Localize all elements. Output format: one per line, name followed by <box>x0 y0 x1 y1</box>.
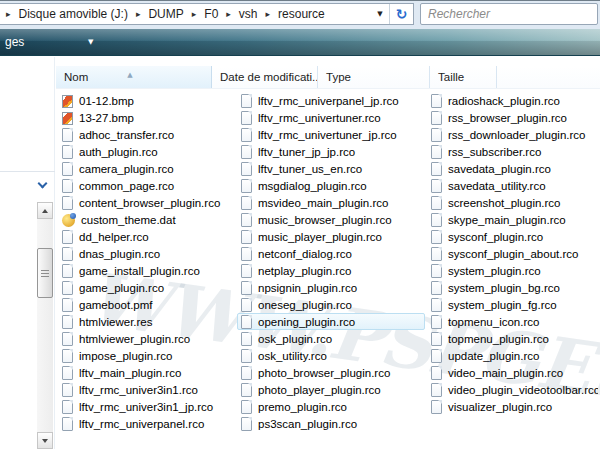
file-row[interactable]: update_plugin.rco <box>427 347 599 364</box>
generic-file-icon <box>431 179 442 193</box>
file-row[interactable]: radioshack_plugin.rco <box>427 92 599 109</box>
column-header-nom[interactable]: ▲ Nom <box>56 66 212 88</box>
file-row[interactable]: lftv_tuner_jp_jp.rco <box>237 143 425 160</box>
file-row[interactable]: oneseg_plugin.rco <box>237 296 425 313</box>
file-row[interactable]: music_player_plugin.rco <box>237 228 425 245</box>
file-row[interactable]: topmenu_plugin.rco <box>427 330 599 347</box>
file-row[interactable]: adhoc_transfer.rco <box>58 126 235 143</box>
views-button[interactable]: ges <box>5 35 24 49</box>
file-row[interactable]: rss_subscriber.rco <box>427 143 599 160</box>
file-name: osk_plugin.rco <box>258 333 332 345</box>
file-row[interactable]: custom_theme.dat <box>58 211 235 228</box>
file-row[interactable]: npsignin_plugin.rco <box>237 279 425 296</box>
breadcrumb-item[interactable]: Disque amovible (J:) <box>17 7 130 21</box>
address-bar[interactable]: ▸Disque amovible (J:)▸DUMP▸F0▸vsh▸resour… <box>0 3 414 25</box>
file-row[interactable]: ps3scan_plugin.rco <box>237 415 425 432</box>
file-row[interactable]: netplay_plugin.rco <box>237 262 425 279</box>
file-row[interactable]: photo_browser_plugin.rco <box>237 364 425 381</box>
file-row[interactable]: sysconf_plugin.rco <box>427 228 599 245</box>
file-row[interactable]: common_page.rco <box>58 177 235 194</box>
file-row[interactable]: camera_plugin.rco <box>58 160 235 177</box>
generic-file-icon <box>62 366 73 380</box>
file-row[interactable]: opening_plugin.rco <box>237 313 425 330</box>
file-row[interactable]: osk_utility.rco <box>237 347 425 364</box>
chevron-down-icon[interactable]: ▼ <box>88 38 93 46</box>
file-row[interactable]: video_main_plugin.rco <box>427 364 599 381</box>
file-row[interactable]: visualizer_plugin.rco <box>427 398 599 415</box>
file-row[interactable]: game_install_plugin.rco <box>58 262 235 279</box>
breadcrumb-dropdown-button[interactable]: ▼ <box>371 4 389 24</box>
file-row[interactable]: system_plugin_fg.rco <box>427 296 599 313</box>
file-row[interactable]: savedata_plugin.rco <box>427 160 599 177</box>
file-row[interactable]: screenshot_plugin.rco <box>427 194 599 211</box>
file-row[interactable]: premo_plugin.rco <box>237 398 425 415</box>
file-row[interactable]: skype_main_plugin.rco <box>427 211 599 228</box>
refresh-icon: ↻ <box>396 6 408 22</box>
nav-scrollbar[interactable] <box>37 202 53 449</box>
file-row[interactable]: music_browser_plugin.rco <box>237 211 425 228</box>
file-row[interactable]: system_plugin_bg.rco <box>427 279 599 296</box>
file-name: osk_utility.rco <box>258 350 327 362</box>
file-name: gameboot.pmf <box>79 299 153 311</box>
breadcrumb-item[interactable]: vsh <box>237 7 260 21</box>
file-row[interactable]: lftv_rmc_univerpanel_jp.rco <box>237 92 425 109</box>
scroll-down-button[interactable] <box>37 432 53 449</box>
generic-file-icon <box>241 315 252 329</box>
search-box[interactable] <box>420 3 598 25</box>
file-row[interactable]: lftv_rmc_univerpanel.rco <box>58 415 235 432</box>
file-name: camera_plugin.rco <box>79 163 174 175</box>
file-row[interactable]: game_plugin.rco <box>58 279 235 296</box>
file-row[interactable]: msvideo_main_plugin.rco <box>237 194 425 211</box>
file-row[interactable]: lftv_rmc_univer3in1.rco <box>58 381 235 398</box>
file-row[interactable]: lftv_rmc_univertuner.rco <box>237 109 425 126</box>
file-row[interactable]: htmlviewer.res <box>58 313 235 330</box>
file-row[interactable]: htmlviewer_plugin.rco <box>58 330 235 347</box>
generic-file-icon <box>241 230 252 244</box>
column-header-date[interactable]: Date de modificati... <box>212 66 318 88</box>
file-row[interactable]: topmenu_icon.rco <box>427 313 599 330</box>
file-row[interactable]: photo_player_plugin.rco <box>237 381 425 398</box>
breadcrumb-item[interactable]: DUMP <box>146 7 185 21</box>
file-name: rss_downloader_plugin.rco <box>448 129 585 141</box>
file-row[interactable]: rss_downloader_plugin.rco <box>427 126 599 143</box>
file-row[interactable]: dd_helper.rco <box>58 228 235 245</box>
file-row[interactable]: dnas_plugin.rco <box>58 245 235 262</box>
scroll-up-button[interactable] <box>37 202 53 219</box>
file-row[interactable]: system_plugin.rco <box>427 262 599 279</box>
file-row[interactable]: msgdialog_plugin.rco <box>237 177 425 194</box>
file-row[interactable]: rss_browser_plugin.rco <box>427 109 599 126</box>
file-row[interactable]: savedata_utility.rco <box>427 177 599 194</box>
generic-file-icon <box>241 417 252 431</box>
file-row[interactable]: osk_plugin.rco <box>237 330 425 347</box>
scroll-thumb[interactable] <box>37 248 53 298</box>
file-name: lftv_tuner_jp_jp.rco <box>258 146 355 158</box>
generic-file-icon <box>62 400 73 414</box>
folders-band-chevron-icon[interactable] <box>38 179 48 189</box>
file-row[interactable]: lftv_main_plugin.rco <box>58 364 235 381</box>
file-row[interactable]: lftv_rmc_univer3in1_jp.rco <box>58 398 235 415</box>
column-header-type[interactable]: Type <box>318 66 430 88</box>
breadcrumb-item[interactable]: F0 <box>202 7 220 21</box>
search-input[interactable] <box>421 4 597 24</box>
generic-file-icon <box>431 230 442 244</box>
file-name: opening_plugin.rco <box>258 316 355 328</box>
file-row[interactable]: lftv_rmc_univertuner_jp.rco <box>237 126 425 143</box>
file-row[interactable]: auth_plugin.rco <box>58 143 235 160</box>
breadcrumb-item[interactable]: resource <box>276 7 327 21</box>
generic-file-icon <box>431 281 442 295</box>
file-row[interactable]: gameboot.pmf <box>58 296 235 313</box>
file-row[interactable]: netconf_dialog.rco <box>237 245 425 262</box>
file-name: premo_plugin.rco <box>258 401 347 413</box>
file-row[interactable]: lftv_tuner_us_en.rco <box>237 160 425 177</box>
file-row[interactable]: 13-27.bmp <box>58 109 235 126</box>
generic-file-icon <box>62 162 73 176</box>
column-header-taille[interactable]: Taille <box>430 66 497 88</box>
refresh-button[interactable]: ↻ <box>389 4 413 24</box>
file-row[interactable]: sysconf_plugin_about.rco <box>427 245 599 262</box>
navigation-pane <box>0 57 55 449</box>
generic-file-icon <box>241 400 252 414</box>
file-row[interactable]: video_plugin_videotoolbar.rco <box>427 381 599 398</box>
file-row[interactable]: content_browser_plugin.rco <box>58 194 235 211</box>
file-row[interactable]: 01-12.bmp <box>58 92 235 109</box>
file-row[interactable]: impose_plugin.rco <box>58 347 235 364</box>
